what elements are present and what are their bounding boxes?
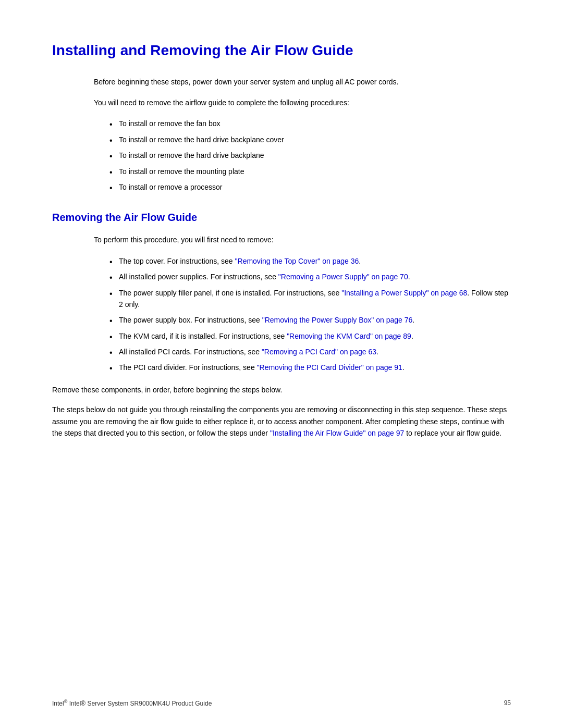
footer-left: Intel® Intel® Server System SR9000MK4U P… <box>52 699 212 707</box>
list-item: All installed PCI cards. For instruction… <box>109 346 511 357</box>
list-item: The KVM card, if it is installed. For in… <box>109 330 511 342</box>
list-item: The top cover. For instructions, see "Re… <box>109 255 511 267</box>
list-item: The PCI card divider. For instructions, … <box>109 362 511 373</box>
list-item: All installed power supplies. For instru… <box>109 271 511 282</box>
main-title: Installing and Removing the Air Flow Gui… <box>52 42 511 59</box>
bullet-text-2: All installed power supplies. For instru… <box>119 273 410 281</box>
bullet-text-7: The PCI card divider. For instructions, … <box>119 363 405 372</box>
bullet-text-6: All installed PCI cards. For instruction… <box>119 348 378 356</box>
section-title: Removing the Air Flow Guide <box>52 212 511 224</box>
link-pci-divider[interactable]: "Removing the PCI Card Divider" on page … <box>257 363 402 372</box>
list-item: To install or remove the mounting plate <box>109 166 511 177</box>
remove-note: Remove these components, in order, befor… <box>52 384 511 396</box>
list-item: To install or remove the hard drive back… <box>109 150 511 161</box>
intro-paragraph-2: You will need to remove the airflow guid… <box>94 97 511 108</box>
list-item: To install or remove a processor <box>109 181 511 193</box>
steps-note: The steps below do not guide you through… <box>52 404 511 439</box>
list-item: The power supply filler panel, if one is… <box>109 287 511 311</box>
bullet-text-1: The top cover. For instructions, see "Re… <box>119 257 361 265</box>
bullet-text-3: The power supply filler panel, if one is… <box>119 289 508 309</box>
footer: Intel® Intel® Server System SR9000MK4U P… <box>0 699 563 707</box>
list-item: To install or remove the fan box <box>109 118 511 129</box>
bullet-text-5: The KVM card, if it is installed. For in… <box>119 332 413 340</box>
list-item: To install or remove the hard drive back… <box>109 134 511 145</box>
intro-paragraph-1: Before beginning these steps, power down… <box>94 76 511 88</box>
link-top-cover[interactable]: "Removing the Top Cover" on page 36 <box>235 257 359 265</box>
bullet-text-4: The power supply box. For instructions, … <box>119 316 414 324</box>
list-item: The power supply box. For instructions, … <box>109 314 511 326</box>
footer-page-number: 95 <box>504 699 511 707</box>
link-power-supply-box[interactable]: "Removing the Power Supply Box" on page … <box>262 316 413 324</box>
removing-intro: To perform this procedure, you will firs… <box>94 234 511 245</box>
link-kvm-card[interactable]: "Removing the KVM Card" on page 89 <box>287 332 411 340</box>
link-installing-power-supply[interactable]: "Installing a Power Supply" on page 68 <box>341 289 467 297</box>
simple-bullet-list: To install or remove the fan box To inst… <box>109 118 511 193</box>
link-installing-air-flow[interactable]: "Installing the Air Flow Guide" on page … <box>270 429 404 437</box>
removing-bullet-list: The top cover. For instructions, see "Re… <box>109 255 511 374</box>
page-container: Installing and Removing the Air Flow Gui… <box>0 0 563 728</box>
link-pci-card[interactable]: "Removing a PCI Card" on page 63 <box>262 348 376 356</box>
link-power-supply[interactable]: "Removing a Power Supply" on page 70 <box>278 273 408 281</box>
